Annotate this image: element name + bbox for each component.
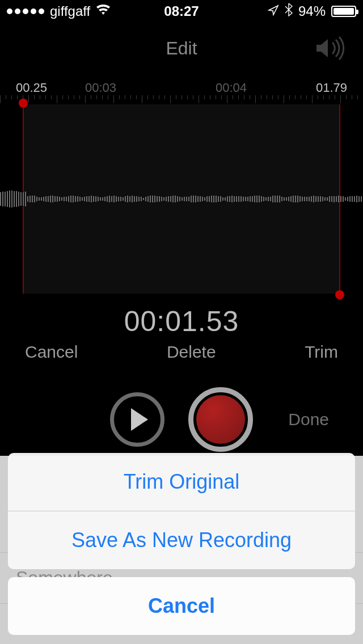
timeline-ruler: 00.25 00:03 00:04 01.79 [0, 79, 363, 104]
ruler-ticks [0, 95, 363, 103]
battery-icon [331, 6, 356, 17]
record-button[interactable] [188, 387, 253, 452]
trim-handle-end[interactable] [335, 290, 344, 299]
elapsed-time: 00:01.53 [0, 305, 363, 338]
trim-handle-start[interactable] [19, 99, 28, 108]
ruler-tick-label: 00:03 [85, 80, 116, 95]
edit-action-row: Cancel Delete Trim [0, 342, 363, 362]
save-as-new-recording-button[interactable]: Save As New Recording [8, 511, 355, 569]
carrier-label: giffgaff [50, 3, 90, 19]
header: Edit [0, 31, 363, 65]
trim-original-button[interactable]: Trim Original [8, 453, 355, 511]
status-time: 08:27 [164, 3, 199, 19]
bluetooth-icon [285, 3, 293, 20]
page-title: Edit [166, 38, 197, 59]
play-icon [131, 408, 148, 431]
ruler-tick-label: 00:04 [216, 80, 247, 95]
battery-pct: 94% [298, 3, 326, 19]
waveform [0, 185, 363, 213]
playback-controls: Done [0, 385, 363, 454]
waveform-region[interactable] [0, 104, 363, 294]
signal-strength-icon [7, 9, 44, 14]
wifi-icon [96, 3, 111, 19]
ruler-end-time: 01.79 [316, 80, 347, 95]
play-button[interactable] [110, 392, 164, 447]
status-right: 94% [268, 3, 356, 20]
action-sheet-options: Trim Original Save As New Recording [8, 453, 355, 569]
record-icon [196, 395, 245, 444]
trim-button[interactable]: Trim [305, 342, 338, 362]
ruler-start-time: 00.25 [16, 80, 47, 95]
done-button[interactable]: Done [288, 410, 329, 429]
sheet-cancel-button[interactable]: Cancel [8, 577, 355, 635]
cancel-edit-button[interactable]: Cancel [25, 342, 78, 362]
action-sheet: Trim Original Save As New Recording Canc… [8, 453, 355, 635]
speaker-icon[interactable] [314, 36, 346, 63]
voice-memos-edit-screen: giffgaff 08:27 94% Edit 00.25 [0, 0, 363, 644]
status-bar: giffgaff 08:27 94% [0, 0, 363, 23]
delete-button[interactable]: Delete [167, 342, 216, 362]
location-icon [268, 3, 279, 19]
status-left: giffgaff [7, 3, 111, 19]
